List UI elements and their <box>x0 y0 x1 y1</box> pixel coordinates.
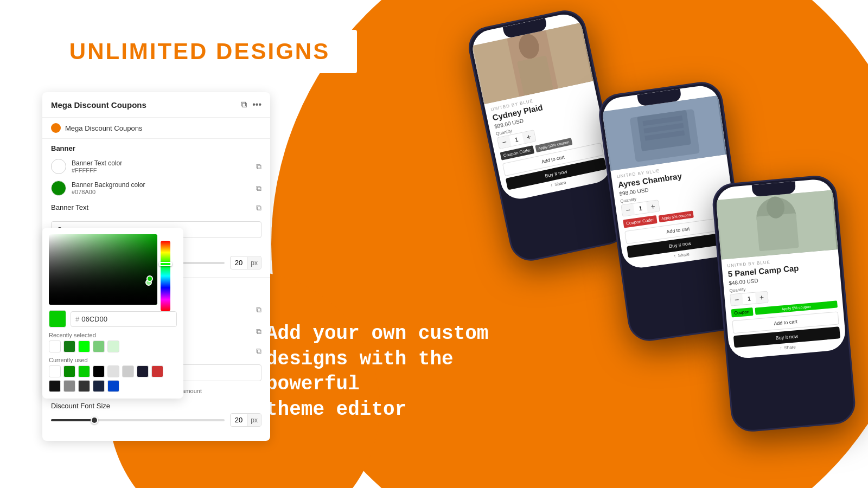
current-swatch-7[interactable] <box>137 365 149 377</box>
more-icon[interactable]: ••• <box>252 100 261 110</box>
banner-size-value: 20 <box>231 256 247 269</box>
current-swatch-12[interactable] <box>93 380 105 392</box>
phone-3: UNITED BY BLUE 5 Panel Camp Cap $48.00 U… <box>711 174 857 433</box>
discount-font-size-row: Discount Font Size 20 px <box>42 399 270 430</box>
hex-input-box: # <box>71 311 177 327</box>
banner-size-box: 20 px <box>230 256 261 269</box>
phone-1-screen: UNITED BY BLUE Cydney Plaid $98.00 USD Q… <box>469 11 614 202</box>
phone-3-info: UNITED BY BLUE 5 Panel Camp Cap $48.00 U… <box>721 249 846 359</box>
banner-bg-color-label: Banner Background color <box>72 181 145 189</box>
hex-value-input[interactable] <box>81 315 119 323</box>
phone-2-qty-value: 1 <box>634 204 647 212</box>
banner-text-color-hex: #FFFFFF <box>72 167 122 174</box>
discount-bg-copy-icon[interactable]: ⧉ <box>256 327 261 336</box>
banner-bg-color-swatch[interactable] <box>51 181 66 196</box>
current-swatch-1[interactable] <box>49 365 61 377</box>
current-swatch-3[interactable] <box>78 365 90 377</box>
color-picker: # Recently selected Currently used <box>42 228 183 399</box>
current-swatch-5[interactable] <box>107 365 119 377</box>
current-swatch-9[interactable] <box>49 380 61 392</box>
phone-3-screen: UNITED BY BLUE 5 Panel Camp Cap $48.00 U… <box>715 178 847 359</box>
banner-text-color-labels: Banner Text color #FFFFFF <box>72 159 122 174</box>
text-overlay: Add your own customdesigns with the powe… <box>266 322 505 423</box>
phone-2-coupon-label: Coupon Code: <box>623 215 657 228</box>
recently-selected-label: Recently selected <box>49 332 177 338</box>
current-swatch-13[interactable] <box>107 380 119 392</box>
banner-text-label-row: Banner Text ⧉ <box>42 199 270 218</box>
current-swatch-8[interactable] <box>151 365 163 377</box>
banner-text-copy-icon[interactable]: ⧉ <box>256 162 261 171</box>
overlay-text: Add your own customdesigns with the powe… <box>266 322 505 423</box>
panel-header: Mega Discount Coupons ⧉ ••• <box>42 92 270 118</box>
discount-slider-row: 20 px <box>51 413 261 427</box>
discount-font-size-label: Discount Font Size <box>51 402 110 410</box>
discount-size-box: 20 px <box>230 413 261 427</box>
current-swatch-4[interactable] <box>93 365 105 377</box>
banner-bg-color-row: Banner Background color #078A00 ⧉ <box>42 177 270 199</box>
phone-3-qty-minus[interactable]: − <box>730 293 743 306</box>
banner-text-color-info: Banner Text color #FFFFFF <box>51 159 122 174</box>
phones-container: UNITED BY BLUE Cydney Plaid $98.00 USD Q… <box>445 0 868 488</box>
phone-3-qty-control: − 1 + <box>730 291 769 306</box>
currently-swatches <box>49 365 177 392</box>
phone-1-qty-plus[interactable]: + <box>522 130 536 144</box>
phone-2-share-icon: ↑ <box>673 254 676 259</box>
panel-subtitle: Mega Discount Coupons <box>65 124 142 132</box>
header-banner: UNLIMITED DESIGNS <box>42 30 357 73</box>
orange-dot-icon <box>51 123 61 133</box>
phone-1-share-text: Share <box>554 180 567 187</box>
hex-hash: # <box>75 315 79 323</box>
discount-text-copy-icon[interactable]: ⧉ <box>256 305 261 314</box>
banner-text-color-row: Banner Text color #FFFFFF ⧉ <box>42 156 270 177</box>
phone-3-share-icon: ↑ <box>780 346 782 351</box>
recent-swatch-4[interactable] <box>93 341 105 352</box>
current-swatch-2[interactable] <box>63 365 75 377</box>
copy-icon[interactable]: ⧉ <box>241 100 247 110</box>
banner-bg-color-info: Banner Background color #078A00 <box>51 181 145 196</box>
discount-font-slider[interactable] <box>51 419 225 421</box>
banner-bg-copy-icon[interactable]: ⧉ <box>256 184 261 193</box>
phone-2-qty-minus[interactable]: − <box>621 203 635 217</box>
phone-3-qty-plus[interactable]: + <box>755 291 768 304</box>
phone-3-qty-value: 1 <box>742 295 756 303</box>
phone-3-product-image <box>716 190 838 259</box>
svg-rect-12 <box>756 213 799 251</box>
phone-2-share-text: Share <box>678 252 690 258</box>
recent-swatch-3[interactable] <box>78 341 90 352</box>
recent-swatch-1[interactable] <box>49 341 61 352</box>
banner-size-unit: px <box>247 257 261 269</box>
phone-3-product-svg <box>716 190 838 259</box>
gradient-selector[interactable] <box>146 275 153 282</box>
phone-1-share-icon: ↑ <box>550 183 553 188</box>
current-swatch-6[interactable] <box>122 365 134 377</box>
current-swatch-10[interactable] <box>63 380 75 392</box>
discount-slider-thumb[interactable] <box>91 416 98 424</box>
banner-bg-color-hex: #078A00 <box>72 189 145 195</box>
phone-1-qty-value: 1 <box>509 135 524 144</box>
phone-3-coupon-label: Coupon: <box>731 307 754 317</box>
header-title: UNLIMITED DESIGNS <box>69 38 330 65</box>
phone-2-coupon-btn[interactable]: Apply 5% coupon <box>658 211 694 223</box>
banner-bg-color-labels: Banner Background color #078A00 <box>72 181 145 195</box>
discount-size-value: 20 <box>231 414 247 426</box>
gradient-canvas[interactable] <box>49 234 157 305</box>
phone-2-qty-plus[interactable]: + <box>646 200 660 213</box>
panel-subtitle-row: Mega Discount Coupons <box>42 118 270 139</box>
recently-swatches <box>49 341 177 352</box>
hex-swatch[interactable] <box>49 310 66 328</box>
banner-text-field-label: Banner Text <box>51 203 88 211</box>
banner-section-label: Banner <box>42 139 270 156</box>
hue-bar[interactable] <box>161 241 170 311</box>
banner-text-color-swatch[interactable] <box>51 159 66 174</box>
currently-used-label: Currently used <box>49 357 177 363</box>
banner-text-field-copy-icon[interactable]: ⧉ <box>256 203 261 213</box>
phone-3-share-text: Share <box>784 344 796 350</box>
hue-thumb[interactable] <box>159 262 172 266</box>
panel-title: Mega Discount Coupons <box>51 100 146 110</box>
discount-text-field-copy-icon[interactable]: ⧉ <box>256 346 261 356</box>
current-swatch-11[interactable] <box>78 380 90 392</box>
color-picker-main <box>49 234 177 305</box>
recent-swatch-2[interactable] <box>63 341 75 352</box>
recent-swatch-5[interactable] <box>107 341 119 352</box>
discount-size-unit: px <box>247 414 261 426</box>
